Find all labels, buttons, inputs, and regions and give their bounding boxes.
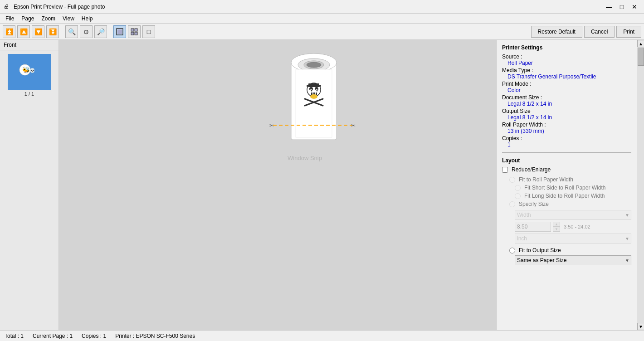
close-button[interactable]: ✕	[629, 2, 640, 11]
menu-zoom[interactable]: Zoom	[38, 15, 59, 23]
minimize-button[interactable]: —	[603, 2, 615, 11]
svg-rect-3	[135, 29, 137, 31]
specify-size-radio[interactable]	[509, 201, 515, 207]
same-as-paper-size-container: Same as Paper Size	[515, 255, 631, 265]
window-snip-watermark: Window Snip	[288, 155, 322, 161]
roll-paper-width-value: 13 in (330 mm)	[502, 128, 631, 134]
svg-rect-2	[131, 29, 134, 31]
fit-short-side-row: Fit Short Side to Roll Paper Width	[502, 185, 631, 191]
fit-output-size-label[interactable]: Fit to Output Size	[519, 247, 561, 253]
width-value-input[interactable]	[515, 222, 551, 232]
fit-roll-width-radio[interactable]	[509, 177, 515, 183]
nav-next-button[interactable]: 🔽	[32, 25, 44, 38]
scroll-up-button[interactable]: ▲	[637, 40, 644, 47]
scroll-thumb[interactable]	[638, 48, 644, 66]
fit-short-side-label[interactable]: Fit Short Side to Roll Paper Width	[524, 185, 605, 191]
paper-roll-visual: ✂ ✂	[264, 44, 364, 141]
menu-bar: File Page Zoom View Help	[0, 14, 644, 24]
menu-file[interactable]: File	[2, 15, 18, 23]
right-scrollbar: ▲ ▼	[637, 40, 644, 330]
width-dropdown[interactable]: Width	[515, 210, 631, 220]
unit-dropdown-wrapper: inch mm cm	[502, 234, 631, 244]
fit-long-side-row: Fit Long Side to Roll Paper Width	[502, 193, 631, 199]
view-thumbnail-button[interactable]	[128, 25, 141, 38]
svg-point-28	[311, 90, 312, 92]
title-bar: 🖨 Epson Print Preview - Full page photo …	[0, 0, 644, 14]
svg-rect-24	[307, 85, 321, 87]
output-size-label: Output Size	[502, 108, 531, 114]
svg-rect-20	[316, 93, 317, 95]
canvas-area: ✂ ✂ Window Snip	[59, 40, 496, 330]
total-pages: Total : 1	[5, 333, 24, 339]
svg-rect-14	[296, 69, 332, 137]
roll-paper-width-row: Roll Paper Width : 13 in (330 mm)	[502, 122, 631, 134]
output-size-value: Legal 8 1/2 x 14 in	[502, 114, 631, 121]
svg-point-25	[310, 94, 317, 99]
scroll-down-button[interactable]: ▼	[637, 323, 644, 330]
svg-rect-5	[135, 32, 137, 35]
title-bar-controls: — □ ✕	[603, 2, 640, 11]
view-single-button[interactable]: □	[142, 25, 155, 38]
width-dropdown-wrapper: Width	[502, 210, 631, 220]
media-type-value: DS Transfer General Purpose/Textile	[502, 73, 631, 80]
reduce-enlarge-checkbox[interactable]	[502, 167, 508, 173]
thumb-item-1[interactable]: 🐝 💀 1 / 1	[8, 54, 51, 97]
document-size-label: Document Size :	[502, 94, 542, 101]
window-title: Epson Print Preview - Full page photo	[14, 4, 603, 10]
svg-point-13	[307, 62, 321, 68]
copies-status: Copies : 1	[82, 333, 106, 339]
width-value-row: ▲ ▼ 3.50 - 24.02	[502, 222, 631, 232]
document-size-row: Document Size : Legal 8 1/2 x 14 in	[502, 94, 631, 107]
divider-1	[502, 152, 631, 153]
same-as-paper-size-wrapper: Same as Paper Size	[502, 255, 631, 265]
width-dropdown-container: Width	[515, 210, 631, 220]
menu-help[interactable]: Help	[78, 15, 97, 23]
reduce-enlarge-row: Reduce/Enlarge	[502, 166, 631, 173]
fit-output-size-radio[interactable]	[509, 248, 515, 253]
svg-rect-18	[311, 93, 312, 95]
app-icon: 🖨	[4, 3, 11, 10]
copies-row: Copies : 1	[502, 135, 631, 148]
unit-dropdown[interactable]: inch mm cm	[515, 234, 631, 244]
zoom-fit-button[interactable]: ⊙	[80, 25, 93, 38]
maximize-button[interactable]: □	[616, 2, 628, 11]
print-mode-value: Color	[502, 87, 631, 93]
spin-buttons: ▲ ▼	[553, 222, 560, 232]
fit-long-side-radio[interactable]	[515, 193, 521, 199]
thumb-label-1: 1 / 1	[8, 91, 51, 97]
fit-short-side-radio[interactable]	[515, 185, 521, 191]
zoom-in-button[interactable]: 🔎	[94, 25, 107, 38]
print-mode-label: Print Mode :	[502, 81, 532, 87]
same-as-paper-size-dropdown[interactable]: Same as Paper Size	[515, 255, 631, 265]
spin-down-button[interactable]: ▼	[553, 227, 560, 232]
reduce-enlarge-label[interactable]: Reduce/Enlarge	[512, 166, 551, 173]
nav-prev-button[interactable]: 🔼	[17, 25, 30, 38]
zoom-out-button[interactable]: 🔍	[65, 25, 78, 38]
roll-paper-width-label: Roll Paper Width :	[502, 122, 546, 128]
main-area: Front 🐝 💀 1 / 1	[0, 40, 644, 330]
print-button[interactable]: Print	[616, 26, 641, 38]
menu-page[interactable]: Page	[18, 15, 38, 23]
fit-roll-width-row: Fit to Roll Paper Width	[502, 176, 631, 183]
status-bar: Total : 1 Current Page : 1 Copies : 1 Pr…	[0, 330, 644, 341]
specify-size-label[interactable]: Specify Size	[519, 201, 549, 207]
svg-rect-4	[131, 32, 134, 35]
copies-label: Copies :	[502, 135, 522, 141]
printer-settings-title: Printer Settings	[502, 44, 631, 51]
document-size-value: Legal 8 1/2 x 14 in	[502, 101, 631, 107]
unit-dropdown-container: inch mm cm	[515, 234, 631, 244]
svg-text:💀: 💀	[29, 68, 35, 73]
nav-first-button[interactable]: ⏫	[3, 25, 15, 38]
printer-name: Printer : EPSON SC-F500 Series	[115, 333, 195, 339]
menu-view[interactable]: View	[59, 15, 78, 23]
specify-size-row: Specify Size	[502, 201, 631, 207]
restore-default-button[interactable]: Restore Default	[531, 26, 582, 38]
spin-up-button[interactable]: ▲	[553, 222, 560, 227]
nav-last-button[interactable]: ⏬	[46, 25, 59, 38]
fit-long-side-label[interactable]: Fit Long Side to Roll Paper Width	[524, 193, 605, 199]
svg-point-29	[317, 90, 318, 92]
cancel-button[interactable]: Cancel	[584, 26, 615, 38]
view-full-page-button[interactable]	[113, 25, 126, 38]
fit-roll-width-label[interactable]: Fit to Roll Paper Width	[519, 176, 573, 183]
toolbar: ⏫ 🔼 🔽 ⏬ 🔍 ⊙ 🔎 □ Restore Default Cancel P…	[0, 24, 644, 40]
